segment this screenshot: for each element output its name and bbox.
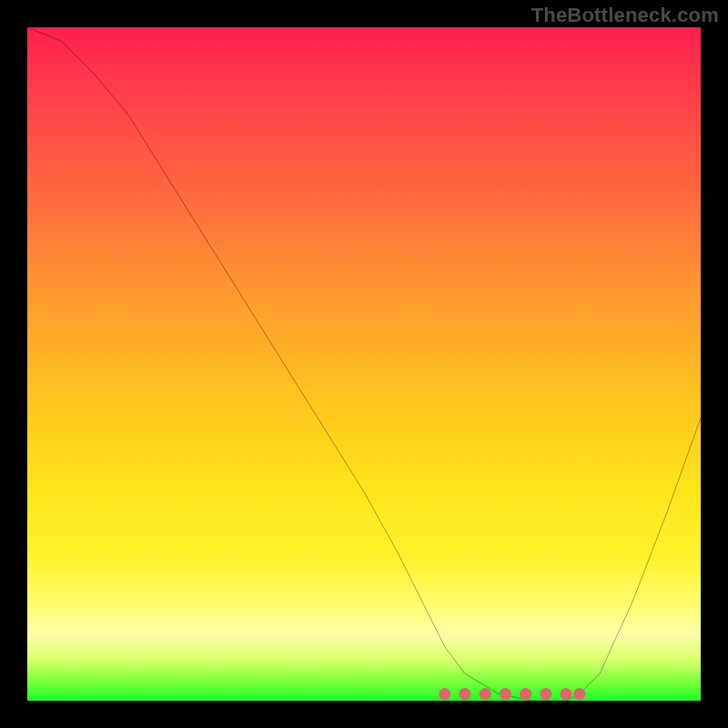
plot-area (27, 27, 701, 701)
marker-dot (573, 688, 585, 700)
bottleneck-curve (27, 27, 701, 701)
chart-frame: TheBottleneck.com (0, 0, 728, 728)
marker-dot (540, 688, 551, 700)
optimal-range-markers (439, 688, 585, 700)
chart-svg (27, 27, 701, 701)
marker-dot (560, 688, 571, 700)
watermark-text: TheBottleneck.com (531, 4, 719, 27)
marker-dot (480, 688, 491, 700)
marker-dot (439, 688, 450, 700)
marker-dot (459, 688, 470, 700)
marker-dot (500, 688, 511, 700)
marker-dot (520, 688, 531, 700)
